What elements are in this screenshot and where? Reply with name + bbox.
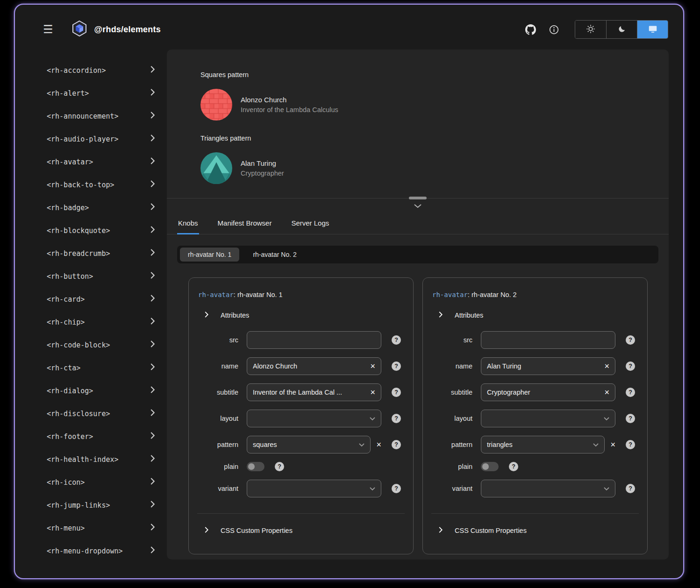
brand-home-link[interactable]: @rhds/elements [71, 20, 161, 39]
tag-separator: : [468, 291, 470, 298]
toggle-knob [482, 463, 489, 470]
sidebar-item-rh-alert[interactable]: <rh-alert> [15, 82, 167, 105]
help-icon[interactable]: ? [392, 361, 401, 371]
sidebar-item-rh-footer[interactable]: <rh-footer> [15, 425, 167, 448]
help-icon[interactable]: ? [392, 388, 401, 397]
demo-area: Squares pattern [167, 50, 669, 184]
sidebar-item-rh-badge[interactable]: <rh-badge> [15, 196, 167, 219]
field-label: layout [431, 415, 472, 422]
chevron-right-icon [150, 295, 155, 304]
sidebar: <rh-accordion> <rh-alert> <rh-announceme… [15, 50, 167, 579]
tab-manifest-browser[interactable]: Manifest Browser [217, 214, 273, 234]
attributes-disclosure[interactable]: Attributes [197, 312, 405, 319]
theme-light-button[interactable] [575, 21, 606, 38]
sidebar-item-rh-jump-links[interactable]: <rh-jump-links> [15, 494, 167, 517]
attributes-disclosure[interactable]: Attributes [431, 312, 639, 319]
tab-server-logs[interactable]: Server Logs [290, 214, 330, 234]
clear-icon[interactable]: × [376, 440, 381, 449]
app-window: ☰ @rhds/elements [14, 4, 684, 579]
knob-row-pattern: pattern triangles × ? [431, 436, 639, 453]
help-icon[interactable]: ? [392, 484, 401, 493]
avatar-row: Alan Turing Cryptographer [200, 152, 635, 184]
avatar-name: Alonzo Church [241, 96, 338, 104]
clear-icon[interactable]: × [370, 362, 375, 370]
select-input[interactable] [481, 410, 615, 427]
sidebar-item-rh-audio-player[interactable]: <rh-audio-player> [15, 128, 167, 150]
sidebar-item-rh-button[interactable]: <rh-button> [15, 265, 167, 288]
sidebar-item-label: <rh-footer> [47, 432, 93, 441]
sidebar-item-rh-menu-dropdown[interactable]: <rh-menu-dropdown> [15, 539, 167, 562]
field-control [247, 462, 264, 471]
sidebar-item-rh-card[interactable]: <rh-card> [15, 288, 167, 311]
select-input[interactable] [481, 480, 615, 497]
help-icon[interactable]: ? [626, 484, 635, 493]
sidebar-item-rh-blockquote[interactable]: <rh-blockquote> [15, 219, 167, 242]
select-input[interactable]: squares [247, 436, 371, 453]
help-icon[interactable]: ? [275, 462, 284, 471]
hamburger-menu-icon[interactable]: ☰ [39, 21, 57, 38]
help-icon[interactable]: ? [626, 388, 635, 397]
sidebar-item-rh-code-block[interactable]: <rh-code-block> [15, 333, 167, 356]
pattern-heading: Squares pattern [200, 71, 635, 78]
text-input[interactable] [481, 331, 615, 349]
text-input[interactable] [247, 331, 381, 349]
toggle-switch[interactable] [247, 462, 264, 471]
text-input[interactable]: Alonzo Church × [247, 357, 381, 375]
help-icon[interactable]: ? [392, 335, 401, 345]
help-icon[interactable]: ? [626, 414, 635, 423]
select-input[interactable] [247, 480, 381, 497]
collapse-demo-button[interactable] [167, 198, 669, 210]
sidebar-item-label: <rh-cta> [47, 364, 80, 372]
css-properties-disclosure[interactable]: CSS Custom Properties [431, 513, 639, 534]
field-label: variant [431, 485, 472, 492]
clear-icon[interactable]: × [604, 362, 609, 370]
field-label: plain [431, 463, 472, 470]
help-icon[interactable]: ? [626, 440, 635, 449]
field-label: name [431, 362, 472, 370]
clear-icon[interactable]: × [610, 440, 615, 449]
sidebar-item-rh-chip[interactable]: <rh-chip> [15, 311, 167, 333]
theme-system-button[interactable] [637, 21, 668, 38]
sidebar-item-rh-avatar[interactable]: <rh-avatar> [15, 150, 167, 173]
github-icon[interactable] [522, 21, 539, 38]
clear-icon[interactable]: × [370, 388, 375, 397]
css-properties-disclosure[interactable]: CSS Custom Properties [197, 513, 405, 534]
sidebar-item-rh-icon[interactable]: <rh-icon> [15, 471, 167, 494]
sidebar-item-rh-announcement[interactable]: <rh-announcement> [15, 105, 167, 128]
text-input[interactable]: Cryptographer × [481, 383, 615, 401]
sidebar-item-rh-breadcrumb[interactable]: <rh-breadcrumb> [15, 242, 167, 265]
select-input[interactable] [247, 410, 381, 427]
instance-tab-1[interactable]: rh-avatar No. 1 [180, 248, 239, 262]
theme-dark-button[interactable] [606, 21, 637, 38]
sidebar-item-label: <rh-alert> [47, 89, 89, 98]
instance-tab-2[interactable]: rh-avatar No. 2 [245, 248, 304, 262]
chevron-right-icon [150, 546, 155, 555]
avatar-triangles [200, 152, 232, 184]
help-icon[interactable]: ? [509, 462, 518, 471]
chevron-right-icon [150, 89, 155, 98]
sidebar-item-rh-accordion[interactable]: <rh-accordion> [15, 59, 167, 82]
sidebar-item-label: <rh-disclosure> [47, 410, 110, 418]
info-icon[interactable] [546, 22, 562, 37]
help-icon[interactable]: ? [626, 335, 635, 345]
help-icon[interactable]: ? [392, 440, 401, 449]
help-icon[interactable]: ? [392, 414, 401, 423]
sidebar-item-rh-dialog[interactable]: <rh-dialog> [15, 379, 167, 402]
select-input[interactable]: triangles [481, 436, 605, 453]
clear-icon[interactable]: × [604, 388, 609, 397]
sidebar-item-rh-disclosure[interactable]: <rh-disclosure> [15, 402, 167, 425]
sidebar-item-rh-menu[interactable]: <rh-menu> [15, 517, 167, 539]
panel-header: rh-avatar: rh-avatar No. 2 [431, 291, 639, 298]
drag-handle[interactable] [409, 197, 427, 199]
chevron-right-icon [439, 312, 443, 319]
text-input[interactable]: Inventor of the Lambda Cal ... × [247, 383, 381, 401]
toggle-knob [248, 463, 255, 470]
toggle-switch[interactable] [481, 462, 499, 471]
sidebar-item-rh-cta[interactable]: <rh-cta> [15, 356, 167, 379]
tab-knobs[interactable]: Knobs [177, 214, 199, 234]
text-input[interactable]: Alan Turing × [481, 357, 615, 375]
sidebar-item-rh-health-index[interactable]: <rh-health-index> [15, 448, 167, 471]
sidebar-item-label: <rh-breadcrumb> [47, 249, 110, 258]
help-icon[interactable]: ? [626, 361, 635, 371]
sidebar-item-rh-back-to-top[interactable]: <rh-back-to-top> [15, 173, 167, 196]
